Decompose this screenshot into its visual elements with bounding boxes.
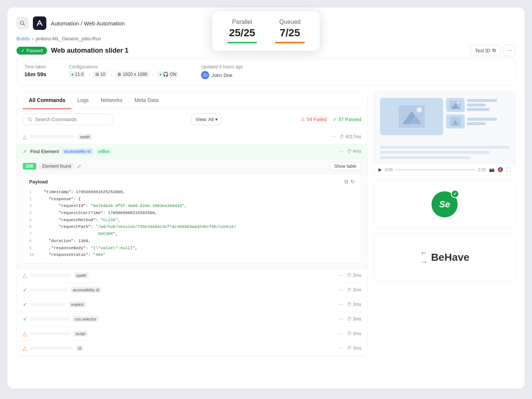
cmd-right-6: ··· ⏱ 3ms [338,316,361,322]
stub-line-1c [467,108,489,111]
search-input[interactable] [35,117,108,122]
cmd-tag-8: id [76,345,84,351]
cmd-left-6: ✓ css selector [23,316,338,322]
error-icon-7: △ [23,331,27,337]
refresh-payload-button[interactable]: ↻ [350,179,355,185]
queued-bar [275,42,305,43]
play-button[interactable]: ▶ [378,167,382,172]
stub-full-3 [380,156,470,159]
expand-icon[interactable]: ⤢ [77,163,81,169]
copy-payload-button[interactable]: ⧉ [344,179,348,185]
tab-meta-data[interactable]: Meta Data [129,92,165,109]
cmd-more-3[interactable]: ··· [338,272,343,279]
headphone-icon: 🎧 [163,72,168,77]
status-popup: Parallel 25/25 Queued 7/25 [212,11,320,51]
video-progress-bar[interactable] [396,169,475,170]
cmd-time-3: ⏱ 3ms [347,273,361,278]
fullscreen-icon[interactable]: ⛶ [506,167,511,172]
cmd-more-4[interactable]: ··· [338,287,343,293]
cmd-more-6[interactable]: ··· [338,316,343,322]
configurations-label: Configurations [69,64,179,69]
video-icons: 📷 🔇 ⛶ [489,167,511,172]
command-row-2[interactable]: ✓ Find Element accessibility-id urlBox ·… [17,144,367,159]
cmd-more-1[interactable]: ··· [331,133,336,140]
command-row-1[interactable]: △ xpath ··· ⏱ 4017ms [17,130,367,144]
cmd-bar-5 [30,303,66,306]
cmd-more-2[interactable]: ··· [338,148,343,155]
cmd-right-5: ··· ⏱ 3ms [338,301,361,308]
command-row-4[interactable]: ✓ accessibility id ··· ⏱ 3ms [17,283,367,297]
clock-icon-5: ⏱ [347,302,352,307]
selenium-logo-wrap: Se ✓ [432,191,458,217]
chrome-icon: ● [71,72,74,77]
copy-icon: ⧉ [492,47,496,53]
app-title: Automation / Web Automation [51,20,125,27]
more-options-button[interactable]: ··· [504,44,516,56]
arrow-left-icon: ← [420,249,428,257]
cmd-right-7: ··· ⏱ 3ms [338,330,361,337]
view-select[interactable]: View: All ▾ [191,114,222,125]
cmd-left-2: ✓ Find Element accessibility-id urlBox [23,148,338,154]
command-row-7[interactable]: △ script ··· ⏱ 3ms [17,327,367,341]
screenshot-stubs [374,141,515,164]
command-row-6[interactable]: ✓ css selector ··· ⏱ 3ms [17,312,367,327]
cmd-left-4: ✓ accessibility id [23,287,338,293]
clock-icon-4: ⏱ [347,287,352,293]
cmd-name-2: Find Element [30,149,59,154]
cmd-tag-4: accessibility id [71,287,101,293]
breadcrumb-builds[interactable]: Builds [16,36,30,41]
cmd-time-4: ⏱ 3ms [347,287,361,293]
monitor-icon: 🖥 [117,72,121,77]
payload-header: Payload ⧉ ↻ [29,179,355,185]
commands-toolbar: View: All ▾ ⚠ 54 Failed ✓ 37 Passed [17,109,367,130]
clock-icon-7: ⏱ [347,331,352,336]
cmd-tag-6: css selector [72,316,99,322]
cmd-left-8: △ id [23,345,338,351]
resolution-badge: 🖥 1920 x 1080 [115,71,149,78]
cmd-more-8[interactable]: ··· [338,345,343,352]
tab-logs[interactable]: Logs [71,92,95,109]
cmd-time-7: ⏱ 3ms [347,331,361,336]
stub-lines-1 [467,99,497,111]
command-row-3[interactable]: △ xpath ··· ⏱ 3ms [17,268,367,283]
tab-networks[interactable]: Networks [95,92,128,109]
thumb-row-1 [446,98,509,112]
right-column: ▶ 0:00 2:25 📷 🔇 ⛶ [374,92,516,356]
cmd-left-7: △ script [23,331,338,337]
search-wrap [23,114,112,125]
audio-badge: ● 🎧 ON [157,71,179,78]
global-search-button[interactable] [16,17,28,29]
behave-card: ← → BeHave [374,233,516,282]
test-id-button[interactable]: Test ID ⧉ [470,45,501,56]
cmd-more-7[interactable]: ··· [338,330,343,337]
svg-line-1 [24,24,25,26]
screenshot-capture-icon[interactable]: 📷 [489,167,495,172]
cmd-tag-1: xpath [78,134,92,140]
parallel-value: 25/25 [229,27,255,39]
command-row-8[interactable]: △ id ··· ⏱ 3ms [17,341,367,356]
cmd-right-1: ··· ⏱ 4017ms [331,133,361,140]
volume-icon[interactable]: 🔇 [498,167,503,172]
user-avatar: JD [201,71,209,79]
passed-count: ✓ 37 Passed [333,117,361,122]
show-table-button[interactable]: Show table [330,162,361,171]
cmd-bar-3 [30,274,71,277]
time-taken-label: Time taken [24,64,46,69]
arrow-right-icon: → [420,258,428,266]
cmd-more-5[interactable]: ··· [338,301,343,308]
left-column: All Commands Logs Networks Meta Data [16,92,368,356]
queued-status: Queued 7/25 [275,19,305,43]
right-panel: ▶ 0:00 2:25 📷 🔇 ⛶ [374,92,516,282]
check-icon: ✓ [21,48,25,53]
stub-full-1 [380,146,509,149]
tab-all-commands[interactable]: All Commands [23,92,71,109]
breadcrumb-sep: › [32,36,33,41]
stub-lines-2 [467,118,497,125]
clock-icon-6: ⏱ [347,316,352,322]
svg-point-7 [417,107,422,112]
stub-line-1b [467,103,486,106]
success-icon-5: ✓ [23,301,27,307]
success-icon-2: ✓ [23,148,27,154]
check-count-icon: ✓ [333,117,337,122]
command-row-5[interactable]: ✓ implicit ··· ⏱ 3ms [17,297,367,312]
